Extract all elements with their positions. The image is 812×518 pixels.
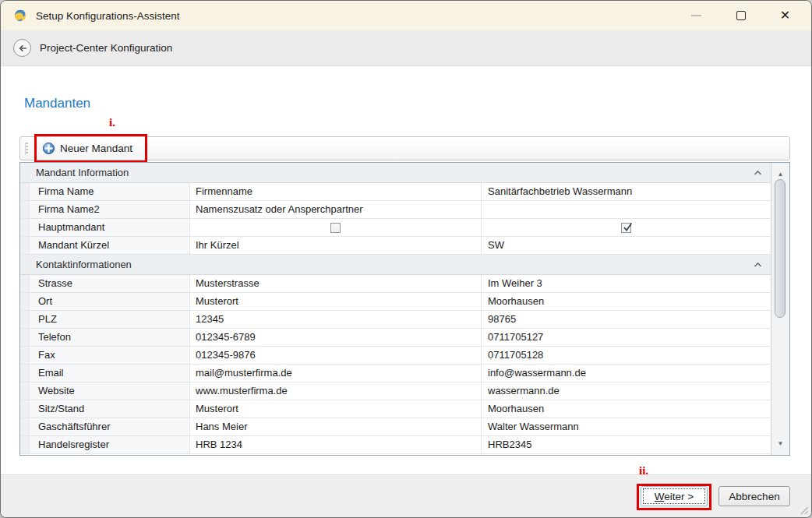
checkbox-cell xyxy=(190,219,481,236)
row-value-left[interactable]: 012345-6789 xyxy=(190,329,482,346)
row-label: Hauptmandant xyxy=(30,219,190,236)
maximize-button[interactable] xyxy=(718,1,763,30)
next-button-mnemonic: W xyxy=(655,491,665,502)
row-value-right[interactable]: wassermann.de xyxy=(482,382,771,400)
mandant-toolbar: Neuer Mandant xyxy=(19,136,790,160)
row-value-right[interactable]: 98765 xyxy=(482,311,771,328)
row-value-left[interactable]: Musterort xyxy=(190,400,482,418)
row-value-left[interactable]: HRB 1234 xyxy=(190,436,482,453)
grid-row[interactable]: Telefon012345-67890711705127 xyxy=(20,329,771,347)
row-value-right[interactable] xyxy=(482,219,771,236)
new-mandant-button[interactable]: Neuer Mandant xyxy=(39,139,139,157)
grid-row[interactable]: Firma NameFirmennameSanitärfachbetrieb W… xyxy=(20,183,771,201)
arrow-left-icon xyxy=(17,43,28,54)
row-value-left[interactable]: Hans Meier xyxy=(190,418,482,435)
vertical-scrollbar[interactable]: ▲ ▼ xyxy=(771,163,789,455)
footer-bar: Weiter > Abbrechen xyxy=(1,474,811,517)
scrollbar-thumb[interactable] xyxy=(775,179,786,318)
section-heading: Mandanten xyxy=(24,96,90,111)
toolbar-grip-icon[interactable] xyxy=(25,143,28,155)
row-value-right[interactable]: SW xyxy=(482,237,771,254)
property-grid-body: Mandant InformationFirma NameFirmennameS… xyxy=(20,163,771,455)
wizard-header: Project-Center Konfiguration xyxy=(1,30,811,66)
grid-row[interactable]: GaschäftsführerHans MeierWalter Wasserma… xyxy=(20,418,771,436)
row-indicator xyxy=(20,347,30,364)
row-value-left[interactable]: Musterstrasse xyxy=(190,275,482,292)
row-indicator xyxy=(20,400,30,418)
wizard-page-title: Project-Center Konfiguration xyxy=(40,42,172,54)
row-indicator xyxy=(20,436,30,453)
grid-row[interactable]: Hauptmandant xyxy=(20,219,771,237)
row-value-right[interactable]: Moorhausen xyxy=(482,293,771,310)
row-label: Telefon xyxy=(30,329,190,346)
back-button[interactable] xyxy=(13,39,31,57)
checkbox-cell xyxy=(482,219,771,236)
triangle-up-icon: ▲ xyxy=(778,171,784,178)
group-title: Mandant Information xyxy=(36,167,754,178)
row-value-left[interactable]: Musterort xyxy=(190,293,482,310)
row-value-right[interactable]: info@wassermann.de xyxy=(482,365,771,382)
row-value-right[interactable]: Walter Wassermann xyxy=(482,418,771,435)
window-controls: ✕ xyxy=(674,1,807,30)
scroll-up-button[interactable]: ▲ xyxy=(771,165,789,179)
row-indicator xyxy=(20,365,30,382)
grid-row[interactable]: Mandant KürzelIhr KürzelSW xyxy=(20,237,771,255)
row-value-left[interactable]: www.musterfirma.de xyxy=(190,382,482,400)
row-value-right[interactable]: Sanitärfachbetrieb Wassermann xyxy=(482,183,771,200)
close-button[interactable]: ✕ xyxy=(763,1,807,30)
grid-row[interactable]: Firma Name2Namenszusatz oder Ansperchpar… xyxy=(20,201,771,219)
scroll-down-button[interactable]: ▼ xyxy=(771,435,789,449)
plus-circle-icon xyxy=(42,142,55,155)
row-value-left[interactable]: Firmenname xyxy=(190,183,482,200)
row-value-right[interactable]: Moorhausen xyxy=(482,400,771,418)
row-indicator xyxy=(20,237,30,254)
next-button[interactable]: Weiter > xyxy=(641,486,708,506)
titlebar: Setup Konfigurations-Assistent ✕ xyxy=(1,1,811,30)
row-value-left[interactable]: 012345-9876 xyxy=(190,347,482,364)
row-label: Sitz/Stand xyxy=(30,400,190,418)
row-indicator xyxy=(20,201,30,218)
row-label: Gaschäftsführer xyxy=(30,418,190,435)
row-label: Handelsregister xyxy=(30,436,190,453)
app-logo-icon xyxy=(13,9,27,23)
group-header[interactable]: Kontaktinformationen xyxy=(20,255,771,275)
grid-row[interactable]: OrtMusterortMoorhausen xyxy=(20,293,771,311)
grid-row[interactable]: HandelsregisterHRB 1234HRB2345 xyxy=(20,436,771,454)
row-value-right[interactable]: Im Weiher 3 xyxy=(482,275,771,292)
close-icon: ✕ xyxy=(780,9,790,22)
row-indicator xyxy=(20,329,30,346)
resize-grip-icon[interactable] xyxy=(799,505,809,515)
grid-row[interactable]: StrasseMusterstrasseIm Weiher 3 xyxy=(20,275,771,293)
row-value-left[interactable]: Ihr Kürzel xyxy=(190,237,482,254)
checkbox-checked[interactable] xyxy=(621,223,631,233)
row-value-left[interactable]: Namenszusatz oder Ansperchpartner xyxy=(190,201,482,218)
row-value-right[interactable] xyxy=(482,201,771,218)
row-value-right[interactable]: 0711705127 xyxy=(482,329,771,346)
row-label: Email xyxy=(30,365,190,382)
row-indicator xyxy=(20,275,30,292)
group-header[interactable]: Mandant Information xyxy=(20,163,771,183)
chevron-up-icon[interactable] xyxy=(754,170,762,176)
row-value-right[interactable]: 0711705128 xyxy=(482,347,771,364)
chevron-up-icon[interactable] xyxy=(754,262,762,268)
row-value-left[interactable]: 12345 xyxy=(190,311,482,328)
row-value-right[interactable]: HRB2345 xyxy=(482,436,771,453)
minimize-icon xyxy=(691,15,701,16)
row-label: Website xyxy=(30,382,190,400)
window-title: Setup Konfigurations-Assistent xyxy=(36,10,180,22)
row-indicator xyxy=(20,382,30,400)
row-indicator xyxy=(20,311,30,328)
row-value-left[interactable] xyxy=(190,219,482,236)
row-value-left[interactable]: mail@musterfirma.de xyxy=(190,365,482,382)
annotation-step1: i. xyxy=(109,116,115,129)
triangle-down-icon: ▼ xyxy=(778,440,784,447)
grid-row[interactable]: Websitewww.musterfirma.dewassermann.de xyxy=(20,382,771,400)
grid-row[interactable]: Emailmail@musterfirma.deinfo@wassermann.… xyxy=(20,365,771,382)
minimize-button[interactable] xyxy=(674,1,718,30)
checkbox-unchecked[interactable] xyxy=(330,223,341,233)
grid-row[interactable]: Fax012345-98760711705128 xyxy=(20,347,771,365)
maximize-icon xyxy=(736,11,746,20)
grid-row[interactable]: Sitz/StandMusterortMoorhausen xyxy=(20,400,771,418)
cancel-button[interactable]: Abbrechen xyxy=(718,486,790,506)
grid-row[interactable]: PLZ1234598765 xyxy=(20,311,771,329)
